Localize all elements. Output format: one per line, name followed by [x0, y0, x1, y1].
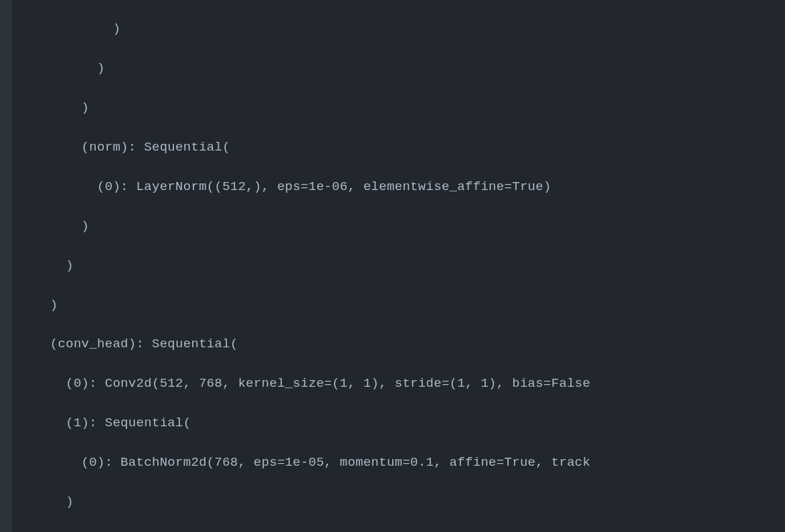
code-line: (norm): Sequential( [19, 138, 785, 157]
code-line: (1): Sequential( [19, 414, 785, 433]
code-line: ) [19, 493, 785, 512]
code-line: ) [19, 296, 785, 315]
code-line: ) [19, 59, 785, 78]
code-line: ) [19, 256, 785, 276]
code-line: ) [19, 98, 785, 118]
code-line: (conv_head): Sequential( [19, 335, 785, 354]
code-line: ) [19, 217, 785, 236]
code-output-block[interactable]: ) ) ) (norm): Sequential( (0): LayerNorm… [0, 0, 785, 532]
code-line: (0): LayerNorm((512,), eps=1e-06, elemen… [19, 177, 785, 197]
code-line: (0): BatchNorm2d(768, eps=1e-05, momentu… [19, 453, 785, 472]
code-line: ) [19, 19, 785, 39]
code-line: (0): Conv2d(512, 768, kernel_size=(1, 1)… [19, 374, 785, 393]
code-gutter [0, 0, 12, 532]
